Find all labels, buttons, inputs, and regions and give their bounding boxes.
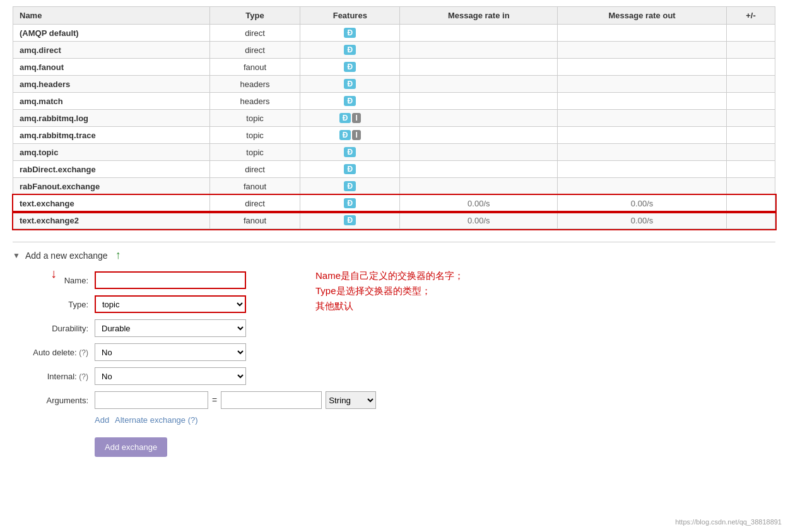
row-features: Ð (300, 42, 400, 59)
row-name: text.exchange2 (13, 212, 210, 229)
row-rate-in (400, 127, 558, 144)
arguments-key-input[interactable] (95, 391, 208, 409)
row-actions (727, 76, 775, 93)
row-name: amq.fanout (13, 59, 210, 76)
row-actions (727, 93, 775, 110)
durable-badge: Ð (344, 181, 356, 191)
row-rate-in (400, 161, 558, 178)
durable-badge: Ð (344, 215, 356, 225)
col-features: Features (300, 7, 400, 25)
row-rate-out (558, 144, 727, 161)
arguments-value-input[interactable] (221, 391, 322, 409)
add-link[interactable]: Add (95, 415, 109, 425)
col-actions: +/- (727, 7, 775, 25)
section-title: Add a new exchange (25, 251, 108, 261)
durable-badge: Ð (339, 113, 351, 123)
row-name: amq.match (13, 93, 210, 110)
row-actions (727, 178, 775, 195)
durable-badge: Ð (344, 96, 356, 106)
row-actions (727, 161, 775, 178)
table-row[interactable]: amq.headersheadersÐ (13, 76, 775, 93)
durable-badge: Ð (339, 130, 351, 140)
arguments-inputs: = StringNumberBooleanListObject (95, 391, 376, 409)
row-type: direct (209, 161, 300, 178)
row-type: topic (209, 144, 300, 161)
table-row[interactable]: rabFanout.exchangefanoutÐ (13, 178, 775, 195)
table-row[interactable]: text.exchangedirectÐ0.00/s0.00/s (13, 195, 775, 212)
row-actions (727, 42, 775, 59)
row-type: direct (209, 195, 300, 212)
internal-row: Internal: (?) NoYes (32, 367, 775, 385)
table-row[interactable]: amq.rabbitmq.tracetopicÐI (13, 127, 775, 144)
annotation-box: Name是自己定义的交换器的名字； Type是选择交换器的类型； 其他默认 (315, 268, 568, 314)
row-rate-out (558, 161, 727, 178)
name-label: Name: (32, 276, 95, 285)
row-features: Ð (300, 144, 400, 161)
row-rate-out (558, 25, 727, 42)
table-row[interactable]: text.exchange2fanoutÐ0.00/s0.00/s (13, 212, 775, 229)
row-features: Ð (300, 178, 400, 195)
auto-delete-select[interactable]: NoYes (95, 343, 246, 361)
row-rate-in (400, 25, 558, 42)
table-row[interactable]: amq.topictopicÐ (13, 144, 775, 161)
auto-delete-row: Auto delete: (?) NoYes (32, 343, 775, 361)
submit-row: Add exchange (32, 431, 775, 457)
table-row[interactable]: amq.matchheadersÐ (13, 93, 775, 110)
table-row[interactable]: (AMQP default)directÐ (13, 25, 775, 42)
annotation-line1: Name是自己定义的交换器的名字； (315, 268, 568, 283)
row-rate-out (558, 93, 727, 110)
row-rate-out (558, 178, 727, 195)
type-select[interactable]: directfanoutheadersmatchtopic (95, 295, 246, 313)
col-type: Type (209, 7, 300, 25)
table-row[interactable]: rabDirect.exchangedirectÐ (13, 161, 775, 178)
durability-label: Durability: (32, 324, 95, 333)
row-rate-out (558, 59, 727, 76)
row-rate-in (400, 59, 558, 76)
row-name: amq.direct (13, 42, 210, 59)
row-rate-in (400, 93, 558, 110)
section-header[interactable]: ▼ Add a new exchange ↑ (13, 249, 775, 262)
exchange-table: Name Type Features Message rate in Messa… (13, 6, 775, 229)
row-rate-in (400, 144, 558, 161)
name-input[interactable] (95, 271, 246, 289)
row-name: amq.headers (13, 76, 210, 93)
row-type: headers (209, 93, 300, 110)
annotation-line3: 其他默认 (315, 299, 568, 314)
green-arrow-icon: ↑ (115, 249, 121, 262)
arguments-type-select[interactable]: StringNumberBooleanListObject (326, 391, 376, 409)
row-type: fanout (209, 178, 300, 195)
row-features: Ð (300, 161, 400, 178)
row-actions (727, 127, 775, 144)
alternate-exchange-link[interactable]: Alternate exchange (?) (115, 415, 198, 425)
row-features: Ð (300, 212, 400, 229)
row-name: rabFanout.exchange (13, 178, 210, 195)
row-actions (727, 144, 775, 161)
durable-badge: Ð (344, 164, 356, 174)
add-exchange-section: ▼ Add a new exchange ↑ ↓ Name: Type: dir… (13, 242, 775, 457)
row-name: (AMQP default) (13, 25, 210, 42)
row-rate-in (400, 76, 558, 93)
annotation-line2: Type是选择交换器的类型； (315, 283, 568, 299)
row-features: Ð (300, 76, 400, 93)
col-rate-out: Message rate out (558, 7, 727, 25)
row-name: rabDirect.exchange (13, 161, 210, 178)
row-rate-out (558, 42, 727, 59)
add-exchange-button[interactable]: Add exchange (95, 437, 167, 457)
row-features: Ð (300, 93, 400, 110)
table-row[interactable]: amq.fanoutfanoutÐ (13, 59, 775, 76)
durable-badge: Ð (344, 198, 356, 208)
row-rate-out (558, 110, 727, 127)
internal-select[interactable]: NoYes (95, 367, 246, 385)
durability-select[interactable]: DurableTransient (95, 319, 246, 337)
row-rate-out (558, 76, 727, 93)
durable-badge: Ð (344, 147, 356, 157)
row-rate-out: 0.00/s (558, 212, 727, 229)
durable-badge: Ð (344, 45, 356, 55)
row-features: Ð (300, 195, 400, 212)
internal-badge: I (352, 130, 360, 140)
durable-badge: Ð (344, 79, 356, 89)
table-row[interactable]: amq.rabbitmq.logtopicÐI (13, 110, 775, 127)
equals-sign: = (212, 395, 217, 405)
table-row[interactable]: amq.directdirectÐ (13, 42, 775, 59)
auto-delete-label: Auto delete: (?) (32, 348, 95, 357)
